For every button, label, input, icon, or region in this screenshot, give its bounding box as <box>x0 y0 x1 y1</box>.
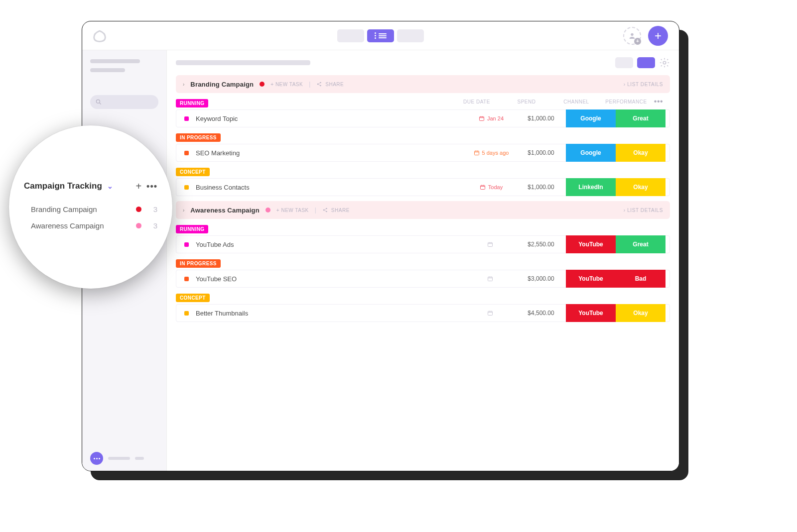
task-performance-pill[interactable]: Great <box>616 109 665 127</box>
sidebar-zoom-overlay: Campaign Tracking ⌄ + ••• Branding Campa… <box>9 125 172 289</box>
status-chip[interactable]: CONCEPT <box>176 294 210 302</box>
columns-more-button[interactable]: ••• <box>651 99 666 105</box>
task-row[interactable]: YouTube SEO$3,000.00YouTubeBad <box>176 270 670 288</box>
list-group-title: Branding Campaign <box>190 81 254 88</box>
sidebar-placeholder <box>90 59 140 63</box>
create-new-button[interactable]: + <box>648 26 668 46</box>
task-performance-pill[interactable]: Great <box>616 235 665 253</box>
col-spend: SPEND <box>502 99 551 105</box>
zoom-folder-title[interactable]: Campaign Tracking <box>24 181 102 191</box>
task-performance-pill[interactable]: Okay <box>616 144 665 162</box>
status-chip[interactable]: IN PROGRESS <box>176 259 221 268</box>
task-performance-pill[interactable]: Okay <box>616 304 665 322</box>
task-due-date[interactable]: Jan 24 <box>466 115 516 121</box>
search-icon <box>95 99 102 106</box>
new-task-button[interactable]: + NEW TASK <box>276 208 309 213</box>
search-input[interactable] <box>90 95 158 109</box>
calendar-icon <box>480 184 486 190</box>
calendar-icon <box>487 310 493 316</box>
sidebar-placeholder <box>135 457 144 460</box>
chat-button[interactable] <box>90 452 158 465</box>
task-status-square <box>184 151 189 155</box>
task-due-date[interactable]: 5 days ago <box>466 150 516 156</box>
task-spend: $1,000.00 <box>516 184 566 191</box>
svg-point-1 <box>96 100 100 103</box>
task-channel-pill[interactable]: Google <box>566 109 616 127</box>
col-performance: PERFORMANCE <box>601 99 651 105</box>
list-group-header[interactable]: ›Branding Campaign+ NEW TASK| SHARE› LIS… <box>176 75 670 93</box>
view-switcher-option[interactable] <box>397 29 424 42</box>
sidebar-list-item[interactable]: Branding Campaign3 <box>24 201 157 217</box>
sidebar-list-item[interactable]: Awareness Campaign3 <box>24 217 157 234</box>
task-performance-pill[interactable]: Okay <box>616 178 665 196</box>
task-row[interactable]: Business ContactsToday$1,000.00LinkedInO… <box>176 178 670 196</box>
task-spend: $4,500.00 <box>516 310 566 317</box>
task-due-date[interactable] <box>466 276 516 282</box>
list-group-title: Awareness Campaign <box>190 207 259 214</box>
task-name: YouTube Ads <box>196 241 466 248</box>
list-color-dot <box>266 208 270 213</box>
share-button[interactable]: SHARE <box>322 207 350 213</box>
folder-more-button[interactable]: ••• <box>146 181 157 192</box>
task-performance-pill[interactable]: Bad <box>616 270 665 288</box>
topbar: + + <box>82 21 679 50</box>
chevron-down-icon[interactable]: ⌄ <box>107 182 113 190</box>
task-status-square <box>184 242 189 247</box>
column-headers: DUE DATESPENDCHANNELPERFORMANCE••• <box>452 99 666 105</box>
plus-badge-icon: + <box>634 38 641 45</box>
list-group-header[interactable]: ›Awareness Campaign+ NEW TASK| SHARE› LI… <box>176 201 670 219</box>
list-details-button[interactable]: › LIST DETAILS <box>624 208 663 213</box>
task-spend: $1,000.00 <box>516 149 566 156</box>
task-channel-pill[interactable]: YouTube <box>566 304 616 322</box>
add-list-button[interactable]: + <box>135 181 141 192</box>
settings-icon[interactable] <box>659 57 670 68</box>
new-task-button[interactable]: + NEW TASK <box>270 82 303 87</box>
task-name: YouTube SEO <box>196 275 466 283</box>
task-due-date[interactable] <box>466 310 516 316</box>
status-chip[interactable]: RUNNING <box>176 225 208 233</box>
task-channel-pill[interactable]: YouTube <box>566 270 616 288</box>
task-channel-pill[interactable]: Google <box>566 144 616 162</box>
share-button[interactable]: SHARE <box>316 81 344 87</box>
status-section: RUNNINGDUE DATESPENDCHANNELPERFORMANCE••… <box>176 98 670 127</box>
status-chip[interactable]: CONCEPT <box>176 168 210 176</box>
calendar-icon <box>474 150 480 156</box>
status-section: CONCEPTBusiness ContactsToday$1,000.00Li… <box>176 167 670 196</box>
col-due: DUE DATE <box>452 99 502 105</box>
task-row[interactable]: Keyword TopicJan 24$1,000.00GoogleGreat <box>176 109 670 127</box>
svg-point-3 <box>663 61 666 64</box>
task-due-date[interactable] <box>466 241 516 247</box>
task-name: Keyword Topic <box>196 115 466 122</box>
task-name: Business Contacts <box>196 184 466 191</box>
calendar-icon <box>487 241 493 247</box>
invite-user-button[interactable]: + <box>623 27 641 45</box>
subview-toggle-active[interactable] <box>637 57 655 68</box>
app-logo-icon <box>91 28 108 43</box>
app-window: + + <box>82 21 679 471</box>
task-due-date[interactable]: Today <box>466 184 516 190</box>
list-details-button[interactable]: › LIST DETAILS <box>624 82 663 87</box>
task-spend: $3,000.00 <box>516 275 566 282</box>
view-switcher-list-active[interactable] <box>367 29 394 42</box>
svg-point-0 <box>631 33 633 35</box>
task-row[interactable]: YouTube Ads$2,550.00YouTubeGreat <box>176 235 670 253</box>
svg-line-2 <box>100 103 101 105</box>
task-spend: $2,550.00 <box>516 241 566 248</box>
sidebar-placeholder <box>90 68 125 72</box>
task-status-square <box>184 311 189 316</box>
task-channel-pill[interactable]: LinkedIn <box>566 178 616 196</box>
status-chip[interactable]: RUNNING <box>176 99 208 107</box>
task-name: Better Thumbnails <box>196 310 466 317</box>
status-chip[interactable]: IN PROGRESS <box>176 133 221 142</box>
task-row[interactable]: Better Thumbnails$4,500.00YouTubeOkay <box>176 304 670 322</box>
task-status-square <box>184 277 189 281</box>
sidebar-placeholder <box>108 457 130 460</box>
list-color-dot <box>136 207 141 212</box>
task-status-square <box>184 185 189 190</box>
subview-toggle[interactable] <box>615 57 633 68</box>
view-switcher-option[interactable] <box>337 29 364 42</box>
task-spend: $1,000.00 <box>516 115 566 122</box>
task-channel-pill[interactable]: YouTube <box>566 235 616 253</box>
sidebar-list-label: Branding Campaign <box>31 205 97 213</box>
task-row[interactable]: SEO Marketing5 days ago$1,000.00GoogleOk… <box>176 144 670 162</box>
